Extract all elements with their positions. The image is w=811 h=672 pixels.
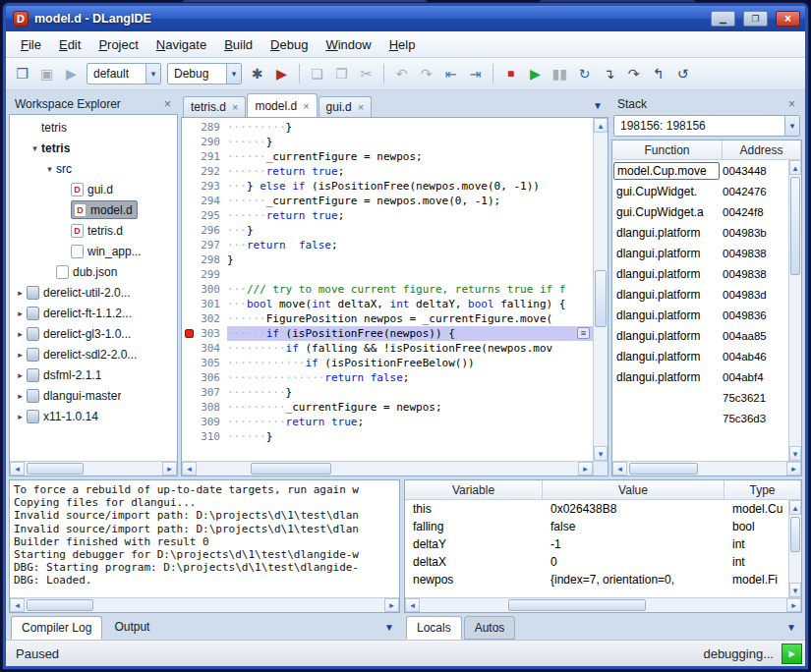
menu-project[interactable]: Project <box>89 33 146 56</box>
unindent-icon[interactable]: ⇤ <box>439 63 462 85</box>
code-line-308[interactable]: 308·········_currentFigure = newpos; <box>182 400 593 415</box>
line-number[interactable]: 301 <box>196 297 227 311</box>
stack-frame-6[interactable]: dlangui.platform004983d <box>612 284 788 305</box>
stack-frame-combo[interactable]: 198156: 198156 ▾ <box>613 115 800 137</box>
code-line-303[interactable]: 303······if (isPositionFree(newpos)) {≡ <box>182 326 593 341</box>
close-panel-icon[interactable]: × <box>785 97 798 111</box>
code-line-298[interactable]: 298} <box>182 252 593 267</box>
scroll-thumb[interactable] <box>27 599 93 611</box>
maximize-button[interactable]: ❐ <box>743 11 768 27</box>
line-number[interactable]: 293 <box>196 179 227 194</box>
debug-run-indicator[interactable]: ▶ <box>782 644 802 664</box>
stack-frame-10[interactable]: dlangui.platform004abf4 <box>612 366 788 387</box>
panel-dropdown-icon[interactable]: ▼ <box>380 622 398 633</box>
scroll-thumb[interactable] <box>790 177 800 275</box>
scroll-track[interactable] <box>789 515 801 583</box>
debug-restart-icon[interactable]: ↻ <box>573 63 596 85</box>
collapsed-arrow-icon[interactable]: ▸ <box>14 329 27 339</box>
expanded-arrow-icon[interactable]: ▾ <box>29 143 41 153</box>
tree-item-tetris[interactable]: tetris <box>10 117 177 138</box>
step-out-icon[interactable]: ↰ <box>647 63 669 85</box>
code-line-305[interactable]: 305············if (isPositionFreeBelow()… <box>182 356 593 370</box>
minimize-button[interactable]: ▁ <box>711 11 735 27</box>
stack-frame-2[interactable]: gui.CupWidget.a00424f8 <box>612 201 788 222</box>
tree-item-derelict-gl3-1-0[interactable]: ▸derelict-gl3-1.0... <box>10 323 177 344</box>
code-line-307[interactable]: 307·········} <box>182 385 593 400</box>
line-number[interactable]: 305 <box>196 356 227 370</box>
build-config-combo[interactable]: default▾ <box>87 63 161 84</box>
scroll-down-icon[interactable]: ▾ <box>789 583 801 597</box>
collapsed-arrow-icon[interactable]: ▸ <box>14 391 27 401</box>
menu-help[interactable]: Help <box>380 33 425 56</box>
line-number[interactable]: 290 <box>196 135 227 149</box>
scroll-track[interactable] <box>25 462 162 476</box>
line-number[interactable]: 306 <box>196 370 227 385</box>
tab-close-icon[interactable]: × <box>303 100 309 112</box>
tree-item-win-app[interactable]: win_app... <box>10 241 177 261</box>
dropdown-icon[interactable]: ▾ <box>145 64 160 84</box>
editor-tab-model-d[interactable]: model.d× <box>247 93 317 117</box>
stack-frame-12[interactable]: 75c36d3 <box>612 408 788 428</box>
variable-row-deltay[interactable]: deltaY-1int <box>405 535 788 553</box>
variable-row-newpos[interactable]: newpos{index=7, orientation=0,model.Fi <box>405 571 788 588</box>
scroll-up-icon[interactable]: ▴ <box>789 500 801 515</box>
line-number[interactable]: 298 <box>196 252 227 267</box>
log-hscrollbar[interactable]: ◂ ▸ <box>10 597 399 612</box>
editor-hscrollbar[interactable]: ◂ ▸ <box>182 461 593 476</box>
dropdown-icon[interactable]: ▾ <box>784 116 799 136</box>
variable-row-falling[interactable]: fallingfalsebool <box>405 518 788 535</box>
stack-frame-3[interactable]: dlangui.platform004983b <box>612 222 788 243</box>
build-mode-combo[interactable]: Debug▾ <box>167 63 242 84</box>
line-number[interactable]: 297 <box>196 238 227 252</box>
close-button[interactable]: × <box>776 11 800 27</box>
column-header-value[interactable]: Value <box>543 480 724 499</box>
menu-edit[interactable]: Edit <box>50 33 89 56</box>
scroll-down-icon[interactable]: ▾ <box>594 446 608 461</box>
close-panel-icon[interactable]: × <box>161 97 174 111</box>
tree-item-model-d[interactable]: Dmodel.d <box>10 199 177 220</box>
scroll-left-icon[interactable]: ◂ <box>612 462 627 476</box>
tab-locals[interactable]: Locals <box>406 616 462 640</box>
editor-tab-tetris-d[interactable]: tetris.d× <box>183 96 246 117</box>
line-number[interactable]: 310 <box>196 429 227 444</box>
line-number[interactable]: 309 <box>196 415 227 429</box>
code-line-290[interactable]: 290······} <box>182 135 593 149</box>
variable-row-deltax[interactable]: deltaX0int <box>405 553 788 571</box>
tree-item-dlangui-master[interactable]: ▸dlangui-master <box>10 385 177 406</box>
menu-window[interactable]: Window <box>317 33 379 56</box>
run-icon[interactable]: ▶ <box>60 63 83 85</box>
line-number[interactable]: 307 <box>196 385 227 400</box>
code-line-306[interactable]: 306···············return false; <box>182 370 593 385</box>
stack-frame-5[interactable]: dlangui.platform0049838 <box>612 263 788 284</box>
line-number[interactable]: 291 <box>196 149 227 164</box>
line-number[interactable]: 299 <box>196 267 227 282</box>
scroll-thumb[interactable] <box>595 270 607 327</box>
save-icon[interactable]: ▣ <box>35 63 58 85</box>
line-number[interactable]: 308 <box>196 400 227 415</box>
code-line-292[interactable]: 292······return true; <box>182 164 593 179</box>
column-header-function[interactable]: Function <box>612 140 723 159</box>
code-line-299[interactable]: 299 <box>182 267 593 282</box>
tree-item-dub-json[interactable]: dub.json <box>10 261 177 282</box>
scroll-track[interactable] <box>420 598 786 612</box>
tree-item-x11-1-0-14[interactable]: ▸x11-1.0.14 <box>10 406 177 426</box>
editor-tab-gui-d[interactable]: gui.d× <box>319 96 372 117</box>
debug-continue-icon[interactable]: ▶ <box>524 63 547 85</box>
run-debug-icon[interactable]: ▶ <box>270 63 293 85</box>
panel-dropdown-icon[interactable]: ▼ <box>782 622 800 633</box>
scroll-left-icon[interactable]: ◂ <box>10 462 25 476</box>
tab-output[interactable]: Output <box>104 616 159 640</box>
indent-icon[interactable]: ⇥ <box>464 63 487 85</box>
code-line-304[interactable]: 304·········if (falling && !isPositionFr… <box>182 341 593 356</box>
scroll-right-icon[interactable]: ▸ <box>786 598 801 612</box>
scroll-thumb[interactable] <box>629 463 698 475</box>
scroll-thumb[interactable] <box>251 463 331 475</box>
step-over-icon[interactable]: ↷ <box>622 63 645 85</box>
code-line-294[interactable]: 294······_currentFigure = newpos.move(0,… <box>182 194 593 208</box>
menu-debug[interactable]: Debug <box>261 33 317 56</box>
line-number[interactable]: 289 <box>196 120 227 135</box>
tree-item-tetris-d[interactable]: Dtetris.d <box>10 220 177 241</box>
collapsed-arrow-icon[interactable]: ▸ <box>14 412 27 421</box>
variable-row-this[interactable]: this0x026438B8model.Cu <box>405 500 788 518</box>
scroll-track[interactable] <box>25 598 384 612</box>
